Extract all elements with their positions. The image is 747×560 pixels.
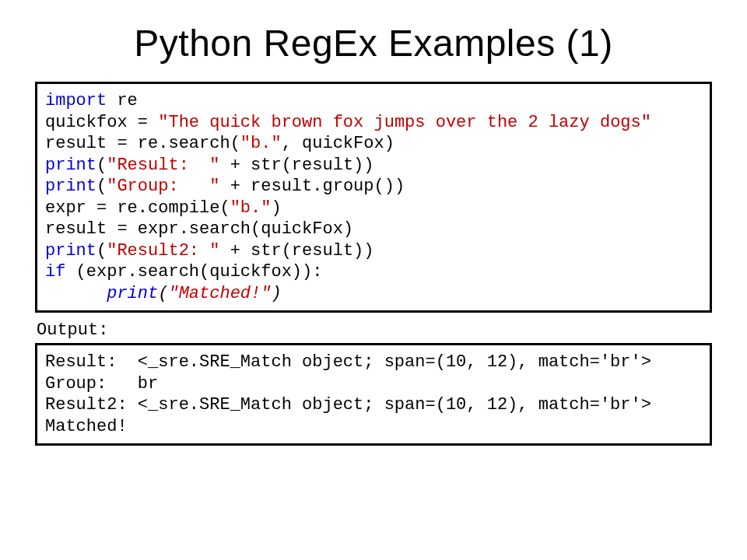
output-label: Output: xyxy=(37,320,712,340)
keyword-print: print xyxy=(45,241,96,261)
code-line: result = re.search("b.", quickFox) xyxy=(45,133,702,155)
keyword-import: import xyxy=(45,91,107,110)
slide-title: Python RegEx Examples (1) xyxy=(35,22,712,65)
string-literal: "b." xyxy=(230,198,272,218)
code-line: if (expr.search(quickfox)): xyxy=(45,261,702,283)
string-literal: "Matched!" xyxy=(168,284,271,303)
code-block: import requickfox = "The quick brown fox… xyxy=(35,82,712,313)
string-literal: "The quick brown fox jumps over the 2 la… xyxy=(158,113,651,132)
code-line: result = expr.search(quickFox) xyxy=(45,219,702,240)
string-literal: "Group: " xyxy=(107,177,219,196)
output-block: Result: <_sre.SRE_Match object; span=(10… xyxy=(35,343,712,446)
output-line: Matched! xyxy=(45,416,702,438)
keyword-if: if xyxy=(45,262,65,282)
output-line: Result2: <_sre.SRE_Match object; span=(1… xyxy=(45,394,702,416)
code-line: expr = re.compile("b.") xyxy=(45,198,702,219)
keyword-print: print xyxy=(107,284,158,303)
code-line: quickfox = "The quick brown fox jumps ov… xyxy=(45,112,702,134)
keyword-print: print xyxy=(45,177,96,196)
string-literal: "Result: " xyxy=(107,156,219,175)
code-line: print("Matched!") xyxy=(45,283,702,305)
string-literal: "b." xyxy=(240,134,282,153)
output-line: Result: <_sre.SRE_Match object; span=(10… xyxy=(45,352,702,373)
keyword-print: print xyxy=(45,156,96,175)
string-literal: "Result2: " xyxy=(107,241,219,261)
output-line: Group: br xyxy=(45,373,702,395)
code-line: print("Result: " + str(result)) xyxy=(45,155,702,177)
code-line: import re xyxy=(45,90,702,112)
code-line: print("Group: " + result.group()) xyxy=(45,176,702,198)
slide: Python RegEx Examples (1) import requick… xyxy=(0,0,747,477)
code-line: print("Result2: " + str(result)) xyxy=(45,240,702,262)
